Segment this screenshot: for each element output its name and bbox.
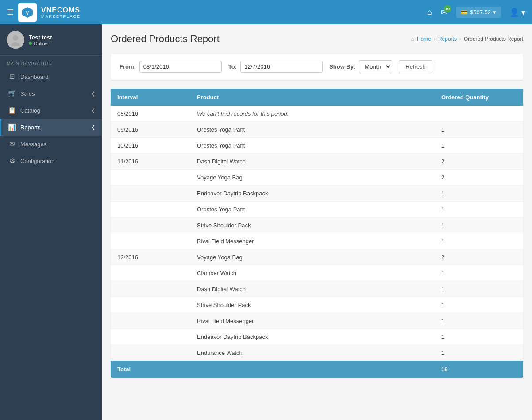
table-row: 11/2016Dash Digital Watch2: [111, 154, 523, 170]
cell-quantity: 1: [435, 265, 523, 281]
cell-product: Endeavor Daytrip Backpack: [190, 186, 435, 202]
cell-interval: [111, 170, 190, 186]
cell-quantity: 2: [435, 249, 523, 265]
cell-product: Rival Field Messenger: [190, 233, 435, 249]
cell-interval: [111, 186, 190, 202]
cell-interval: 11/2016: [111, 154, 190, 170]
notifications-button[interactable]: ✉ 10: [441, 8, 447, 17]
svg-point-3: [11, 42, 20, 46]
table-row: Endurance Watch1: [111, 345, 523, 361]
cell-product: Dash Digital Watch: [190, 281, 435, 297]
status-dot: [29, 42, 32, 45]
footer-label: Total: [111, 361, 190, 378]
sidebar-item-catalog[interactable]: 📋 Catalog ❮: [0, 102, 102, 119]
sidebar-item-messages[interactable]: ✉ Messages: [0, 136, 102, 152]
table-row: Rival Field Messenger1: [111, 233, 523, 249]
cell-quantity: 1: [435, 138, 523, 154]
breadcrumb-home[interactable]: Home: [417, 36, 431, 42]
sidebar-item-dashboard[interactable]: ⊞ Dashboard: [0, 68, 102, 85]
table-row: Orestes Yoga Pant1: [111, 202, 523, 218]
to-filter-group: To:: [228, 61, 323, 73]
balance-button[interactable]: 💳 $507.52 ▾: [456, 7, 501, 18]
col-interval: Interval: [111, 89, 190, 106]
cell-quantity: 1: [435, 281, 523, 297]
cell-product: We can't find records for this period.: [190, 106, 523, 122]
cell-interval: [111, 265, 190, 281]
balance-icon: 💳: [461, 9, 468, 16]
cell-product: Endurance Watch: [190, 345, 435, 361]
home-button[interactable]: ⌂: [427, 8, 432, 17]
avatar: [7, 31, 24, 49]
home-icon: ⌂: [411, 36, 414, 42]
cell-product: Clamber Watch: [190, 265, 435, 281]
show-by-select[interactable]: Day Month Year: [359, 60, 392, 73]
dashboard-icon: ⊞: [8, 73, 16, 81]
cell-interval: [111, 313, 190, 329]
cell-interval: [111, 345, 190, 361]
cell-interval: [111, 297, 190, 313]
user-name: Test test: [29, 34, 52, 41]
status-label: Online: [34, 41, 48, 46]
breadcrumb-bar: Ordered Products Report ⌂ Home › Reports…: [111, 33, 523, 45]
to-label: To:: [228, 63, 237, 70]
cell-interval: 10/2016: [111, 138, 190, 154]
sidebar: Test test Online MAIN NAVIGATION ⊞ Dashb…: [0, 24, 102, 420]
cell-quantity: 1: [435, 202, 523, 218]
sidebar-label-dashboard: Dashboard: [20, 74, 95, 80]
sidebar-item-sales[interactable]: 🛒 Sales ❮: [0, 85, 102, 102]
sidebar-label-sales: Sales: [20, 90, 87, 97]
svg-text:V: V: [26, 10, 29, 16]
main-content: Ordered Products Report ⌂ Home › Reports…: [102, 24, 532, 420]
cell-quantity: 1: [435, 186, 523, 202]
user-area: Test test Online: [0, 24, 102, 56]
sidebar-item-reports[interactable]: 📊 Reports ❮: [0, 119, 102, 136]
user-status: Online: [29, 41, 52, 46]
user-menu-button[interactable]: 👤 ▾: [509, 8, 525, 17]
col-quantity: Ordered Quantity: [435, 89, 523, 106]
breadcrumb: ⌂ Home › Reports › Ordered Products Repo…: [411, 36, 523, 42]
sidebar-label-configuration: Configuration: [20, 158, 95, 164]
app-name: VNECOMS: [41, 6, 81, 14]
breadcrumb-reports[interactable]: Reports: [438, 36, 457, 42]
cell-quantity: 1: [435, 218, 523, 233]
cell-product: Orestes Yoga Pant: [190, 202, 435, 218]
sidebar-item-configuration[interactable]: ⚙ Configuration: [0, 152, 102, 169]
logo-text: VNECOMS MARKETPLACE: [41, 6, 81, 19]
breadcrumb-sep-2: ›: [459, 36, 461, 42]
logo-icon: V: [18, 3, 37, 22]
catalog-arrow-icon: ❮: [91, 108, 95, 113]
cell-product: Orestes Yoga Pant: [190, 138, 435, 154]
table-row: Strive Shoulder Pack1: [111, 297, 523, 313]
cell-interval: [111, 281, 190, 297]
sidebar-label-messages: Messages: [20, 141, 95, 148]
filter-bar: From: To: Show By: Day Month Year Refres…: [111, 54, 523, 80]
user-info: Test test Online: [29, 34, 52, 46]
refresh-button[interactable]: Refresh: [399, 60, 432, 73]
balance-chevron: ▾: [493, 9, 496, 16]
cell-product: Rival Field Messenger: [190, 313, 435, 329]
catalog-icon: 📋: [8, 106, 16, 114]
cell-product: Dash Digital Watch: [190, 154, 435, 170]
table-row: Rival Field Messenger1: [111, 313, 523, 329]
table-row: 09/2016Orestes Yoga Pant1: [111, 122, 523, 138]
table-row: Dash Digital Watch1: [111, 281, 523, 297]
cell-product: Voyage Yoga Bag: [190, 249, 435, 265]
main-layout: Test test Online MAIN NAVIGATION ⊞ Dashb…: [0, 24, 532, 420]
to-date-input[interactable]: [240, 61, 323, 73]
hamburger-button[interactable]: ☰: [7, 8, 14, 17]
logo-area: ☰ V VNECOMS MARKETPLACE: [7, 3, 104, 22]
cell-quantity: 1: [435, 345, 523, 361]
table-row: Endeavor Daytrip Backpack1: [111, 186, 523, 202]
cell-quantity: 2: [435, 170, 523, 186]
show-by-label: Show By:: [329, 63, 355, 70]
configuration-icon: ⚙: [8, 157, 16, 165]
table-row: Strive Shoulder Pack1: [111, 218, 523, 233]
table-row: 10/2016Orestes Yoga Pant1: [111, 138, 523, 154]
cell-product: Orestes Yoga Pant: [190, 122, 435, 138]
sales-arrow-icon: ❮: [91, 91, 95, 97]
page-title: Ordered Products Report: [111, 33, 220, 45]
header-right: ⌂ ✉ 10 💳 $507.52 ▾ 👤 ▾: [427, 7, 525, 18]
from-date-input[interactable]: [139, 61, 222, 73]
reports-arrow-icon: ❮: [91, 124, 95, 130]
cell-quantity: 1: [435, 233, 523, 249]
